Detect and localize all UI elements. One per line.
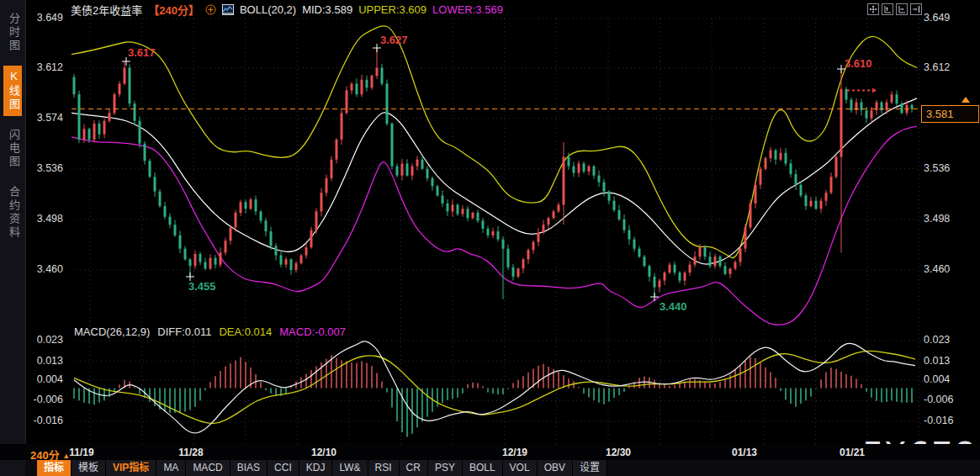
toolbar-item-BOLL[interactable]: BOLL [463,460,503,476]
macd-value: MACD:-0.007 [279,325,346,338]
macd-dea-value: DEA:0.014 [219,325,272,338]
toolbar-item-KDJ[interactable]: KDJ [299,460,333,476]
add-compare-icon[interactable] [205,4,216,15]
macd-tick-label: 0.004 [924,373,950,385]
toolbar-item-RSI[interactable]: RSI [368,460,400,476]
boll-indicator-label: BOLL(20,2) [240,3,296,16]
date-label: 01/21 [840,447,865,458]
macd-header: MACD(26,12,9) DIFF:0.011 DEA:0.014 MACD:… [74,325,346,338]
boll-lower-value: LOWER:3.569 [432,3,503,16]
sidebar-item-合约资料[interactable]: 合约资料 [3,182,22,244]
price-tick-label: 3.498 [37,213,63,225]
sidebar-item-K线图[interactable]: K线图 [3,66,22,116]
zoom-axis-icon[interactable] [882,3,893,15]
extreme-price-annotation: 3.610 [845,57,872,70]
toolbar-item-VIP指标[interactable]: VIP指标 [106,460,156,476]
chart-canvas[interactable] [0,0,980,476]
sidebar-item-闪电图[interactable]: 闪电图 [3,124,22,173]
price-tick-label: 3.460 [924,263,950,275]
price-tick-label: 3.536 [37,162,63,174]
price-tick-label: 3.612 [37,61,63,73]
symbol-title: 美债2年收益率 [71,2,142,18]
toolbar-item-LW&[interactable]: LW& [332,460,368,476]
macd-tick-label: 0.004 [37,373,63,385]
macd-diff-value: DIFF:0.011 [157,325,211,338]
indicator-toolbar: 指标模板VIP指标MAMACDBIASCCIKDJLW&RSICRPSYBOLL… [25,460,980,476]
sidebar-item-分时图[interactable]: 分时图 [3,8,22,57]
crosshair-icon[interactable] [867,3,879,15]
macd-indicator-label: MACD(26,12,9) [74,325,150,338]
current-price-value: 3.581 [926,108,954,120]
toolbar-item-MA[interactable]: MA [156,460,186,476]
boll-upper-value: UPPER:3.609 [358,3,426,16]
toolbar-item-指标[interactable]: 指标 [37,460,72,476]
date-label: 12/30 [606,447,631,458]
price-up-arrow-icon [961,97,970,103]
price-tick-label: 3.574 [37,112,63,124]
collapse-panel-icon[interactable] [910,3,922,15]
kline-chart-app: 分时图K线图闪电图合约资料 美债2年收益率 【240分】 BOLL(20,2) … [0,0,980,476]
macd-tick-label: 0.023 [924,334,950,346]
toolbar-item-CR[interactable]: CR [400,460,428,476]
macd-tick-label: -0.006 [34,394,63,405]
price-tick-label: 3.498 [924,213,950,225]
date-label: 11/28 [178,447,203,458]
period-tag: 【240分】 [148,2,199,18]
chart-header: 美债2年收益率 【240分】 BOLL(20,2) MID:3.589 UPPE… [71,3,503,16]
toolbar-item-CCI[interactable]: CCI [268,460,299,476]
toolbar-item-PSY[interactable]: PSY [428,460,463,476]
date-label: 01/13 [732,447,757,458]
chart-logo-icon [222,4,234,15]
window-controls [867,3,922,15]
pan-axis-icon[interactable] [896,3,908,15]
price-tick-label: 3.649 [37,12,63,24]
extreme-price-annotation: 3.617 [128,46,156,59]
macd-tick-label: 0.023 [37,334,63,346]
price-tick-label: 3.536 [924,162,950,174]
date-label: 11/19 [69,447,93,458]
price-axis-right: 3.6493.6123.5743.5363.4983.4600.0230.013… [924,0,979,476]
price-tick-label: 3.612 [924,61,950,73]
current-price-tag: 3.581 [921,105,979,123]
chart-type-sidebar: 分时图K线图闪电图合约资料 [0,0,26,476]
macd-tick-label: -0.016 [924,415,953,426]
toolbar-item-VOL[interactable]: VOL [503,460,538,476]
date-label: 12/10 [311,447,336,458]
macd-tick-label: 0.013 [924,355,950,367]
toolbar-item-模板[interactable]: 模板 [72,460,106,476]
macd-tick-label: -0.006 [924,394,953,405]
extreme-price-annotation: 3.455 [188,280,216,293]
macd-tick-label: 0.013 [37,355,63,367]
boll-mid-value: MID:3.589 [302,3,352,16]
extreme-price-annotation: 3.440 [660,300,687,313]
extreme-price-annotation: 3.627 [380,34,408,46]
time-axis: 240分 ▲ 11/1911/2812/1012/1912/3001/1301/… [0,444,980,460]
toolbar-item-OBV[interactable]: OBV [538,460,573,476]
price-tick-label: 3.460 [37,263,63,275]
price-tick-label: 3.649 [924,12,950,24]
toolbar-item-MACD[interactable]: MACD [186,460,230,476]
toolbar-item-设置[interactable]: 设置 [573,460,607,476]
macd-tick-label: -0.016 [34,415,63,426]
date-label: 12/19 [502,447,527,458]
toolbar-item-BIAS[interactable]: BIAS [230,460,268,476]
